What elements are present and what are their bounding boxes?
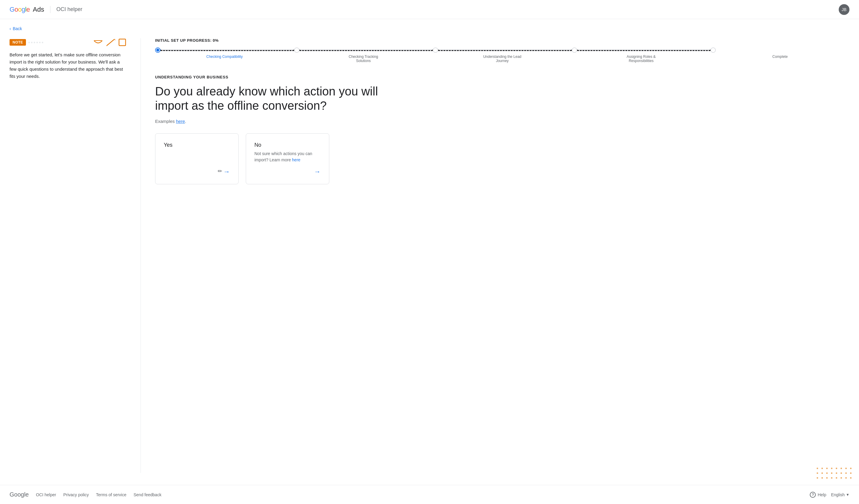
step-1-line <box>161 49 294 51</box>
yes-card[interactable]: Yes ✏ → <box>155 133 239 184</box>
step-3-line <box>438 49 572 51</box>
step-3-circle <box>433 47 438 53</box>
no-card[interactable]: No Not sure which actions you can import… <box>246 133 329 184</box>
no-arrow-icon[interactable]: → <box>314 168 321 175</box>
progress-section: INITIAL SET UP PROGRESS: 0% Checking Com… <box>155 38 849 63</box>
logo-g2: g <box>21 6 25 13</box>
no-card-desc-text: Not sure which actions you can import? L… <box>254 151 312 162</box>
no-card-title: No <box>254 142 321 148</box>
logo-g: G <box>10 6 15 13</box>
back-chevron-icon: ‹ <box>10 26 11 31</box>
language-text: English <box>831 492 845 497</box>
svg-line-1 <box>107 40 114 45</box>
note-badge: NOTE <box>10 39 26 46</box>
header: Google Ads OCI helper JB <box>0 0 859 19</box>
footer-left: Google OCI helper Privacy policy Terms o… <box>10 491 161 498</box>
section-tag: UNDERSTANDING YOUR BUSINESS <box>155 75 849 79</box>
yes-arrow-icon[interactable]: → <box>223 168 230 175</box>
step-5: Complete <box>710 47 849 59</box>
step-5-label: Complete <box>772 55 787 59</box>
step-4-row <box>572 47 711 53</box>
step-5-row <box>710 47 849 53</box>
question-section: UNDERSTANDING YOUR BUSINESS Do you alrea… <box>155 75 849 184</box>
progress-value: 0% <box>213 38 218 43</box>
help-label: Help <box>817 492 826 497</box>
step-4-line <box>577 49 711 51</box>
header-left: Google Ads OCI helper <box>10 6 82 13</box>
step-3-label: Understanding the Lead Journey <box>481 55 523 63</box>
step-2-row <box>294 47 433 53</box>
cursor-icon: ✏ <box>218 168 222 175</box>
help-circle-icon: ? <box>810 492 816 498</box>
answer-cards: Yes ✏ → No Not sure which actions you ca… <box>155 133 849 184</box>
yes-card-title: Yes <box>164 142 230 148</box>
main-content: ‹ Back NOTE <box>0 19 859 473</box>
step-1-row <box>155 47 294 53</box>
dot-grid-decoration <box>817 468 853 480</box>
step-2-circle <box>294 47 299 53</box>
decoration-dots <box>28 42 90 43</box>
step-2-line <box>299 49 433 51</box>
progress-label: INITIAL SET UP PROGRESS: 0% <box>155 38 849 43</box>
step-2-label: Checking Tracking Solutions <box>342 55 384 63</box>
svg-line-3 <box>106 45 108 46</box>
header-divider <box>50 6 50 13</box>
right-panel: INITIAL SET UP PROGRESS: 0% Checking Com… <box>141 38 849 473</box>
avatar[interactable]: JB <box>839 4 849 15</box>
google-logo: Google <box>10 6 30 13</box>
back-label: Back <box>13 26 22 31</box>
step-3: Understanding the Lead Journey <box>433 47 572 63</box>
footer-link-privacy[interactable]: Privacy policy <box>63 492 89 497</box>
step-4: Assigning Roles & Responsibilities <box>572 47 711 63</box>
question-title: Do you already know which action you wil… <box>155 84 400 113</box>
step-1-label: Checking Compatibility <box>207 55 243 59</box>
step-3-row <box>433 47 572 53</box>
step-2: Checking Tracking Solutions <box>294 47 433 63</box>
left-panel: NOTE Before <box>10 38 141 473</box>
back-button[interactable]: ‹ Back <box>10 26 22 31</box>
footer-link-feedback[interactable]: Send feedback <box>134 492 161 497</box>
footer-google-logo: Google <box>10 491 29 498</box>
step-1-circle <box>155 47 161 53</box>
content-area: NOTE Before <box>10 38 849 473</box>
yes-card-content: Yes <box>164 142 230 151</box>
progress-label-text: INITIAL SET UP PROGRESS: <box>155 38 211 43</box>
no-card-arrow-row: → <box>254 168 321 175</box>
step-1: Checking Compatibility <box>155 47 294 59</box>
footer-link-terms[interactable]: Terms of service <box>96 492 126 497</box>
chevron-down-icon: ▼ <box>846 493 849 497</box>
rect-icon <box>118 39 126 46</box>
bowl-icon <box>93 38 104 47</box>
no-card-link[interactable]: here <box>292 157 300 162</box>
step-4-label: Assigning Roles & Responsibilities <box>620 55 662 63</box>
pencil-icon <box>106 38 116 47</box>
ads-text: Ads <box>33 6 44 13</box>
no-card-desc: Not sure which actions you can import? L… <box>254 151 321 163</box>
stepper: Checking Compatibility Checking Tracking… <box>155 47 849 63</box>
examples-text: Examples here. <box>155 119 849 124</box>
logo-e: e <box>26 6 30 13</box>
examples-suffix: . <box>185 119 186 124</box>
help-button[interactable]: ? Help <box>810 492 826 498</box>
note-text: Before we get started, let's make sure o… <box>10 51 126 80</box>
language-selector[interactable]: English ▼ <box>831 492 849 497</box>
footer-link-oci[interactable]: OCI helper <box>36 492 56 497</box>
step-4-circle <box>572 47 577 53</box>
footer: Google OCI helper Privacy policy Terms o… <box>0 485 859 504</box>
svg-rect-4 <box>119 39 125 46</box>
app-name: OCI helper <box>56 6 82 13</box>
step-5-circle <box>710 47 716 53</box>
footer-right: ? Help English ▼ <box>810 492 849 498</box>
note-decorations: NOTE <box>10 38 126 47</box>
yes-card-arrow-row: ✏ → <box>164 168 230 175</box>
examples-prefix: Examples <box>155 119 176 124</box>
logo-o2: o <box>18 6 21 13</box>
no-card-content: No Not sure which actions you can import… <box>254 142 321 163</box>
logo-o1: o <box>15 6 18 13</box>
examples-link[interactable]: here <box>176 119 185 124</box>
